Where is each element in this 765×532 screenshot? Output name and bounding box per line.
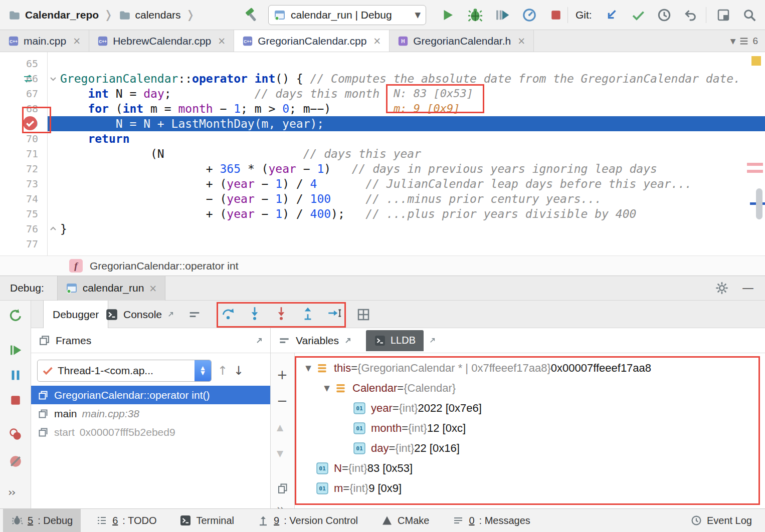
dropdown-arrow-icon[interactable]: ▼ (730, 38, 736, 45)
gutter-line[interactable]: 74 (0, 191, 47, 206)
more-chevrons-icon[interactable]: ›› (8, 487, 15, 498)
breadcrumb-project[interactable]: Calendar_repo (25, 9, 99, 21)
close-icon[interactable]: × (517, 36, 525, 46)
fold-end-icon[interactable] (49, 225, 57, 233)
hidden-tabs-icon[interactable] (738, 36, 749, 47)
profiler-button[interactable] (521, 0, 537, 30)
code-line-75[interactable]: + (year − 1) / 400); // ...plus prior ye… (48, 206, 765, 221)
view-breakpoints-icon[interactable] (8, 427, 23, 442)
force-step-into-icon[interactable] (274, 306, 289, 321)
expander-icon[interactable]: ▼ (319, 385, 334, 392)
breakpoint-icon[interactable] (22, 115, 38, 131)
toolwindow-button[interactable]: 5: Debug (3, 509, 81, 532)
editor-code-area[interactable]: GregorianCalendar::operator int() { // C… (48, 52, 765, 255)
code-line-69[interactable]: N = N + LastMonthDay(m, year); (48, 116, 765, 131)
layout-settings-icon[interactable] (187, 308, 202, 322)
remove-watch-button[interactable]: − (277, 394, 288, 407)
gutter-line[interactable]: 76 (0, 221, 47, 236)
gutter-line[interactable]: 65 (0, 56, 47, 71)
method-breadcrumb[interactable]: GregorianCalendar::operator int (90, 260, 239, 272)
debug-session-tab[interactable]: calendar_run × (57, 276, 166, 301)
build-hammer-button[interactable] (244, 0, 260, 30)
fold-open-icon[interactable] (49, 75, 57, 83)
variable-row[interactable]: 01m = {int} 9 [0x9] (295, 478, 765, 498)
breadcrumb-folder[interactable]: calendars (135, 9, 181, 21)
editor-tab[interactable]: C++main.cpp× (0, 30, 89, 52)
combo-spinner-icon[interactable]: ▲▼ (195, 360, 211, 381)
duplicate-icon[interactable] (277, 482, 289, 494)
resume-icon[interactable] (8, 343, 23, 358)
stop-red-icon[interactable] (8, 393, 23, 408)
run-to-cursor-icon[interactable] (327, 306, 342, 321)
tab-arrow-icon[interactable] (167, 311, 174, 318)
code-line-71[interactable]: (N // days this year (48, 146, 765, 161)
gutter-line[interactable]: 70 (0, 131, 47, 146)
step-into-icon[interactable] (247, 306, 262, 321)
git-rollback-button[interactable] (683, 0, 698, 30)
gutter-line[interactable]: 72 (0, 161, 47, 176)
close-icon[interactable]: × (373, 36, 381, 46)
code-line-65[interactable] (48, 56, 765, 71)
editor-scrollbar-thumb[interactable] (756, 188, 762, 219)
git-update-button[interactable] (604, 0, 619, 30)
gutter-line[interactable]: 66 (0, 71, 47, 86)
toolwindow-button[interactable]: Terminal (171, 509, 242, 532)
gutter-line[interactable]: 73 (0, 176, 47, 191)
gutter-line[interactable]: 68 (0, 101, 47, 116)
tab-arrow-icon[interactable] (255, 337, 263, 345)
close-icon[interactable]: × (218, 36, 226, 46)
move-up-button[interactable]: ▲ (277, 423, 283, 432)
hide-panel-icon[interactable]: — (742, 282, 754, 294)
variable-row[interactable]: 01day = {int} 22 [0x16] (295, 438, 765, 458)
expander-icon[interactable]: ▼ (301, 365, 316, 372)
toolwindow-button[interactable]: 6: TODO (88, 509, 164, 532)
toolwindow-button[interactable]: CMake (373, 509, 437, 532)
editor-tab[interactable]: C++HebrewCalendar.cpp× (89, 30, 234, 52)
search-everywhere-button[interactable] (742, 0, 757, 30)
step-over-icon[interactable] (221, 306, 236, 321)
code-line-72[interactable]: + 365 * (year − 1) // days in previous y… (48, 161, 765, 176)
tab-lldb[interactable]: LLDB (366, 330, 424, 351)
stripe-warning-mark[interactable] (751, 56, 761, 66)
toolwindow-button[interactable]: 9: Version Control (249, 509, 366, 532)
event-log-button[interactable]: Event Log (690, 514, 765, 526)
tab-arrow-icon[interactable] (344, 337, 352, 345)
step-out-icon[interactable] (300, 306, 315, 321)
frame-row[interactable]: mainmain.cpp:38 (31, 404, 270, 423)
gutter-line[interactable]: 75 (0, 206, 47, 221)
run-config-select[interactable]: calendar_run | Debug ▼ (268, 5, 426, 25)
stop-button[interactable] (548, 0, 563, 30)
frame-row[interactable]: GregorianCalendar::operator int() (31, 386, 270, 404)
hidden-tab-count[interactable]: 6 (752, 36, 758, 47)
run-button[interactable] (440, 0, 455, 30)
gutter-line[interactable]: 77 (0, 236, 47, 251)
code-line-73[interactable]: + (year − 1) / 4 // JulianCalendar leap … (48, 176, 765, 191)
variable-row[interactable]: 01month = {int} 12 [0xc] (295, 418, 765, 438)
variable-row[interactable]: 01N = {int} 83 [0x53] (295, 458, 765, 478)
editor-tab[interactable]: C++GregorianCalendar.cpp× (234, 30, 390, 52)
git-history-button[interactable] (657, 0, 672, 30)
rerun-icon[interactable] (8, 308, 23, 323)
move-down-button[interactable]: ▼ (277, 449, 283, 458)
code-line-76[interactable]: } (48, 221, 765, 236)
code-editor[interactable]: 65666768697071727374757677 GregorianCale… (0, 52, 765, 255)
close-icon[interactable]: × (73, 36, 81, 46)
git-commit-button[interactable] (631, 0, 646, 30)
gutter-line[interactable]: 71 (0, 146, 47, 161)
add-watch-button[interactable]: + (277, 368, 288, 381)
code-line-66[interactable]: GregorianCalendar::operator int() { // C… (48, 71, 765, 86)
variable-row[interactable]: ▼this = {GregorianCalendar * | 0x7ffeeef… (295, 358, 765, 378)
editor-gutter[interactable]: 65666768697071727374757677 (0, 52, 48, 255)
tab-arrow-icon[interactable] (429, 337, 436, 344)
tab-console[interactable]: Console (96, 301, 183, 328)
thread-selector[interactable]: Thread-1-<com.ap... ▲▼ (37, 360, 212, 382)
stripe-pink-mark[interactable] (747, 170, 763, 173)
frame-row[interactable]: start0x00007fff5b2ebed9 (31, 423, 270, 441)
code-line-67[interactable]: int N = day; // days this monthN: 83 [0x… (48, 86, 765, 101)
code-line-70[interactable]: return (48, 131, 765, 146)
code-line-77[interactable] (48, 236, 765, 251)
toolwindow-button[interactable]: 0: Messages (444, 509, 538, 532)
code-line-68[interactable]: for (int m = month − 1; m > 0; m−−)m: 9 … (48, 101, 765, 116)
evaluate-expression-button[interactable] (356, 307, 371, 322)
mute-breakpoints-icon[interactable] (8, 454, 23, 469)
